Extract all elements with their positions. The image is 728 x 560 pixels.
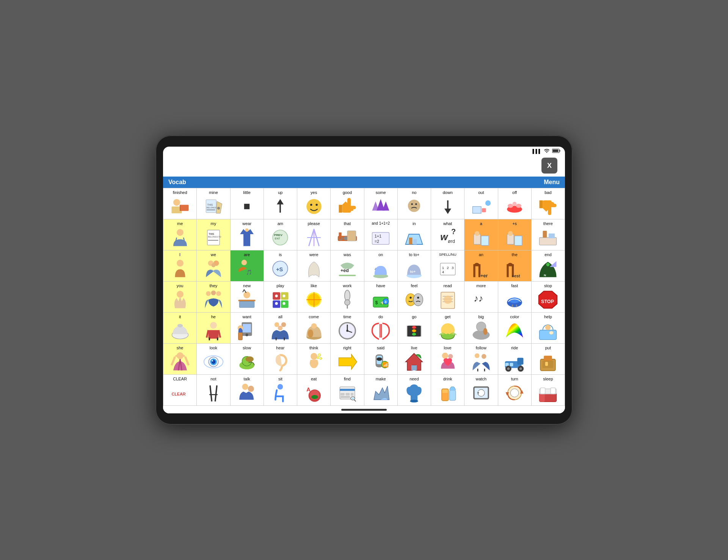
cell-bad[interactable]: bad — [532, 188, 565, 219]
cell-read[interactable]: read — [431, 282, 464, 313]
cell-live[interactable]: live — [398, 344, 431, 375]
cell-work[interactable]: work — [331, 282, 364, 313]
svg-rect-253 — [541, 388, 546, 394]
x-button[interactable]: X — [541, 158, 557, 174]
cell-new[interactable]: new — [231, 282, 264, 313]
cell-end[interactable]: end N — [532, 250, 565, 282]
cell-fast[interactable]: fast — [498, 282, 532, 313]
cell-a[interactable]: a — [464, 219, 498, 250]
svg-point-144 — [246, 333, 248, 336]
svg-point-48 — [344, 236, 348, 240]
cell-big[interactable]: big — [464, 313, 498, 344]
cell-clear[interactable]: CLEAR CLEAR — [163, 375, 197, 406]
cell-you[interactable]: you — [163, 282, 197, 313]
cell-ride[interactable]: ride — [498, 344, 532, 375]
cell-in[interactable]: in — [398, 219, 431, 250]
cell-sleep[interactable]: sleep — [532, 375, 565, 406]
cell-not[interactable]: not — [197, 375, 230, 406]
cell-on[interactable]: on +en — [364, 250, 398, 282]
home-indicator[interactable] — [341, 409, 387, 411]
cell-think[interactable]: think — [297, 344, 331, 375]
cell-please[interactable]: please — [297, 219, 331, 250]
cell-look[interactable]: look — [197, 344, 230, 375]
cell-right[interactable]: right — [331, 344, 364, 375]
cell-eat[interactable]: eat A — [297, 375, 331, 406]
cell-down[interactable]: down — [431, 188, 464, 219]
cell-me[interactable]: me — [163, 219, 197, 250]
cell-come[interactable]: come — [297, 313, 331, 344]
cell-off[interactable]: off — [498, 188, 532, 219]
svg-point-95 — [243, 291, 250, 298]
cell-my[interactable]: my THISBELONGS TO — [197, 219, 230, 250]
svg-point-247 — [510, 389, 519, 397]
cell-time[interactable]: time — [331, 313, 364, 344]
cell-find[interactable]: find — [331, 375, 364, 406]
cell-play[interactable]: play — [264, 282, 297, 313]
cell-put[interactable]: put — [532, 344, 565, 375]
cell-make[interactable]: make — [364, 375, 398, 406]
cell-it[interactable]: it — [163, 313, 197, 344]
cell-she[interactable]: she — [163, 344, 197, 375]
cell-love[interactable]: love — [431, 344, 464, 375]
cell-mine[interactable]: mine THISBELONGS TO — [197, 188, 230, 219]
svg-point-89 — [546, 263, 550, 266]
svg-text:2: 2 — [447, 266, 449, 270]
cell-that[interactable]: that — [331, 219, 364, 250]
cell-little[interactable]: little — [231, 188, 264, 219]
cell-drink[interactable]: drink — [431, 375, 464, 406]
cell-i[interactable]: I — [163, 250, 197, 282]
cell-do[interactable]: do — [364, 313, 398, 344]
svg-point-185 — [246, 357, 254, 362]
cell-want[interactable]: want — [231, 313, 264, 344]
cell-the[interactable]: the +est — [498, 250, 532, 282]
cell-have[interactable]: have $💵3 — [364, 282, 398, 313]
cell-an[interactable]: an +er — [464, 250, 498, 282]
cell-is[interactable]: is +S — [264, 250, 297, 282]
header-bar: Vocab Menu — [163, 177, 565, 188]
cell-to[interactable]: to to+ to+ — [398, 250, 431, 282]
cell-there[interactable]: there — [532, 219, 565, 250]
cell-am[interactable]: am PREVENT — [264, 219, 297, 250]
cell-up[interactable]: up — [264, 188, 297, 219]
menu-button[interactable]: Menu — [544, 179, 560, 186]
cell-need[interactable]: need — [398, 375, 431, 406]
cell-hear[interactable]: hear E — [264, 344, 297, 375]
cell-get[interactable]: get — [431, 313, 464, 344]
cell-they[interactable]: they — [197, 282, 230, 313]
cell-was[interactable]: was +ed — [331, 250, 364, 282]
cell-yes[interactable]: yes — [297, 188, 331, 219]
cell-said[interactable]: said 📶 — [364, 344, 398, 375]
cell-watch[interactable]: watch ? — [464, 375, 498, 406]
cell-go[interactable]: go — [398, 313, 431, 344]
cell-plus-s[interactable]: +s — [498, 219, 532, 250]
cell-were[interactable]: were — [297, 250, 331, 282]
cell-follow[interactable]: follow — [464, 344, 498, 375]
cell-help[interactable]: help — [532, 313, 565, 344]
svg-point-38 — [245, 228, 249, 232]
cell-sit[interactable]: sit — [264, 375, 297, 406]
cell-he[interactable]: he — [197, 313, 230, 344]
cell-stop[interactable]: stop STOP — [532, 282, 565, 313]
svg-point-169 — [483, 328, 487, 335]
cell-no[interactable]: no — [398, 188, 431, 219]
cell-feel[interactable]: feel — [398, 282, 431, 313]
cell-we[interactable]: we — [197, 250, 230, 282]
cell-some[interactable]: some — [364, 188, 398, 219]
cell-what[interactable]: what wørd? — [431, 219, 464, 250]
cell-good[interactable]: good — [331, 188, 364, 219]
cell-spell-nu[interactable]: SPELL/NU 1234 — [431, 250, 464, 282]
svg-point-120 — [410, 297, 412, 299]
cell-more[interactable]: more ♪♪ — [464, 282, 498, 313]
cell-like[interactable]: like — [297, 282, 331, 313]
svg-point-111 — [345, 300, 350, 305]
cell-and[interactable]: and 1+1=2 1+1=2 — [364, 219, 398, 250]
cell-out[interactable]: out — [464, 188, 498, 219]
cell-finished[interactable]: finished — [163, 188, 197, 219]
cell-color[interactable]: color — [498, 313, 532, 344]
cell-wear[interactable]: wear — [231, 219, 264, 250]
cell-all[interactable]: all — [264, 313, 297, 344]
cell-turn[interactable]: turn — [498, 375, 532, 406]
cell-are[interactable]: are 🎵 — [231, 250, 264, 282]
cell-talk[interactable]: talk — [231, 375, 264, 406]
cell-slow[interactable]: slow — [231, 344, 264, 375]
